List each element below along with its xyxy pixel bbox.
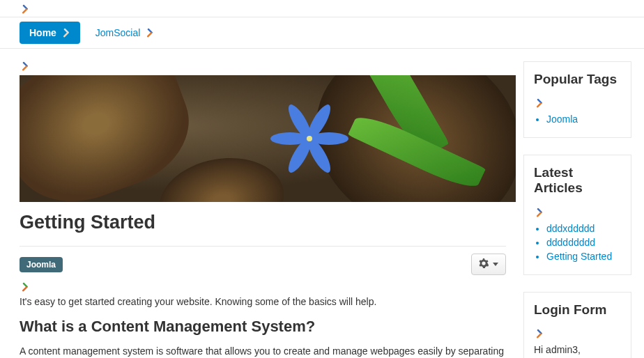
article-paragraph: A content management system is software …: [20, 344, 506, 358]
tools-icon: [20, 4, 29, 14]
article-intro-text: It's easy to get started creating your w…: [20, 295, 506, 309]
latest-articles-panel: Latest Articles dddxddddd ddddddddd Gett…: [523, 155, 631, 274]
svg-rect-7: [22, 65, 27, 71]
main-content: Getting Started Joomla It's easy to get …: [20, 61, 506, 358]
nav-item-label: Home: [29, 27, 56, 38]
tools-icon: [20, 282, 29, 292]
nav-item-label: JomSocial: [95, 27, 141, 38]
tools-icon: [61, 28, 70, 38]
login-greeting: Hi admin3,: [534, 344, 621, 355]
tag-badge-joomla[interactable]: Joomla: [20, 257, 63, 272]
tools-icon: [20, 61, 29, 71]
chevron-down-icon: [493, 263, 498, 266]
article-heading: What is a Content Management System?: [20, 318, 506, 336]
svg-rect-3: [63, 32, 68, 38]
login-form-panel: Login Form Hi admin3, Log out: [523, 292, 631, 358]
article-list: dddxddddd ddddddddd Getting Started: [534, 223, 621, 262]
article-meta-row: Joomla: [20, 246, 506, 275]
sidebar: Popular Tags Joomla Latest Articles dd: [523, 61, 631, 358]
tools-icon: [534, 329, 544, 338]
svg-rect-13: [536, 211, 542, 217]
list-item: Getting Started: [546, 251, 621, 262]
top-bar: [0, 0, 644, 17]
nav-item-home[interactable]: Home: [20, 22, 80, 44]
panel-title: Popular Tags: [534, 72, 621, 87]
gear-icon: [479, 258, 489, 270]
tools-icon: [534, 208, 544, 217]
panel-title: Latest Articles: [534, 165, 621, 196]
article-body: It's easy to get started creating your w…: [20, 295, 506, 358]
tools-icon: [144, 28, 154, 38]
list-item: dddxddddd: [546, 223, 621, 234]
article-actions-button[interactable]: [471, 254, 506, 275]
article-title: Getting Started: [20, 212, 506, 233]
nav-item-jomsocial[interactable]: JomSocial: [86, 22, 164, 44]
tag-link-joomla: Joomla: [546, 114, 621, 125]
panel-title: Login Form: [534, 302, 621, 318]
tools-icon: [534, 98, 544, 108]
svg-rect-1: [22, 8, 27, 14]
main-nav: Home JomSocial: [0, 17, 644, 49]
svg-rect-9: [22, 286, 27, 292]
tag-list: Joomla: [534, 114, 621, 125]
svg-rect-15: [536, 333, 542, 338]
popular-tags-panel: Popular Tags Joomla: [523, 61, 631, 138]
article-intro-image: [20, 75, 516, 202]
svg-rect-5: [147, 32, 153, 38]
list-item: ddddddddd: [546, 237, 621, 248]
svg-rect-11: [536, 102, 542, 108]
